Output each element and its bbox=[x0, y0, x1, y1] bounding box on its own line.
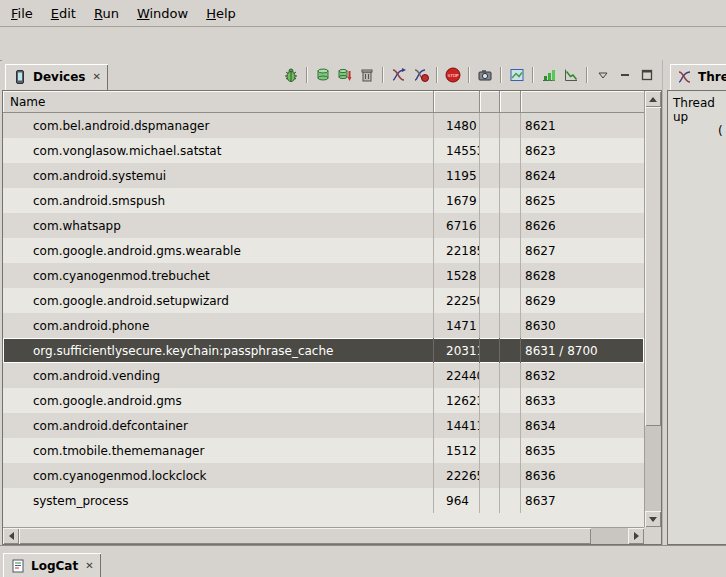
dump-hprof-button[interactable] bbox=[334, 65, 356, 85]
system-info-button[interactable] bbox=[506, 65, 528, 85]
table-row[interactable]: com.vonglasow.michael.satstat 14553 8623 bbox=[3, 138, 644, 163]
cell-blank-2 bbox=[500, 388, 521, 413]
table-row[interactable]: com.google.android.gms 12623 8633 bbox=[3, 388, 644, 413]
tab-devices-label: Devices bbox=[33, 70, 85, 84]
vertical-scroll-thumb[interactable] bbox=[645, 107, 661, 426]
toolbar-separator bbox=[382, 67, 384, 83]
menu-item-label: Window bbox=[137, 6, 188, 21]
table-row[interactable]: com.android.smspush 1679 8625 bbox=[3, 188, 644, 213]
cell-pid: 1679 bbox=[434, 188, 480, 213]
cell-port: 8635 bbox=[521, 438, 644, 463]
scroll-right-button[interactable] bbox=[628, 528, 644, 544]
devices-toolbar: STOP bbox=[280, 60, 662, 90]
minimize-button[interactable] bbox=[614, 65, 636, 85]
scroll-down-button[interactable] bbox=[645, 511, 661, 527]
cell-blank-1 bbox=[480, 138, 500, 163]
cell-port: 8631 / 8700 bbox=[521, 338, 644, 363]
update-threads-button[interactable] bbox=[388, 65, 410, 85]
menu-item[interactable]: Window bbox=[128, 0, 197, 26]
table-row[interactable]: com.android.vending 22440 8632 bbox=[3, 363, 644, 388]
table-row[interactable]: com.android.defcontainer 14411 8634 bbox=[3, 413, 644, 438]
menu-item[interactable]: Run bbox=[85, 0, 128, 26]
table-row[interactable]: com.bel.android.dspmanager 1480 8621 bbox=[3, 113, 644, 138]
cell-blank-2 bbox=[500, 213, 521, 238]
cell-port: 8629 bbox=[521, 288, 644, 313]
cell-blank-2 bbox=[500, 288, 521, 313]
table-row[interactable]: com.android.phone 1471 8630 bbox=[3, 313, 644, 338]
threads-tabbar: Threa bbox=[667, 60, 726, 90]
table-row[interactable]: org.sufficientlysecure.keychain:passphra… bbox=[3, 338, 644, 363]
table-row[interactable]: com.google.android.gms.wearable 22185 86… bbox=[3, 238, 644, 263]
cell-blank-1 bbox=[480, 388, 500, 413]
column-header-name[interactable]: Name bbox=[3, 91, 434, 112]
vertical-scroll-track[interactable] bbox=[645, 107, 661, 511]
column-header-pid[interactable] bbox=[434, 91, 480, 112]
allocation-graph-button[interactable] bbox=[560, 65, 582, 85]
horizontal-scrollbar[interactable] bbox=[3, 527, 644, 544]
cell-pid: 1528 bbox=[434, 263, 480, 288]
table-row[interactable]: com.google.android.setupwizard 22250 862… bbox=[3, 288, 644, 313]
horizontal-scroll-track[interactable] bbox=[19, 528, 628, 544]
scroll-up-button[interactable] bbox=[645, 91, 661, 107]
menu-item[interactable]: File bbox=[2, 0, 42, 26]
cell-blank-2 bbox=[500, 463, 521, 488]
menu-item[interactable]: Help bbox=[197, 0, 245, 26]
maximize-icon bbox=[639, 67, 655, 83]
cell-blank-1 bbox=[480, 413, 500, 438]
horizontal-scroll-thumb[interactable] bbox=[19, 528, 591, 544]
cell-blank-1 bbox=[480, 213, 500, 238]
cell-blank-1 bbox=[480, 288, 500, 313]
table-row[interactable]: com.tmobile.thememanager 1512 8635 bbox=[3, 438, 644, 463]
table-row[interactable]: com.cyanogenmod.trebuchet 1528 8628 bbox=[3, 263, 644, 288]
view-menu-button[interactable] bbox=[592, 65, 614, 85]
cause-gc-button[interactable] bbox=[356, 65, 378, 85]
scroll-left-button[interactable] bbox=[3, 528, 19, 544]
threads-message-line2: ( bbox=[668, 124, 726, 138]
close-icon[interactable]: ✕ bbox=[83, 561, 93, 571]
cell-port: 8628 bbox=[521, 263, 644, 288]
table-row[interactable]: com.whatsapp 6716 8626 bbox=[3, 213, 644, 238]
main-toolbar bbox=[0, 27, 726, 61]
cell-name: com.android.vending bbox=[3, 363, 434, 388]
cell-pid: 1471 bbox=[434, 313, 480, 338]
column-header-blank-1[interactable] bbox=[480, 91, 500, 112]
table-row[interactable]: com.android.systemui 1195 8624 bbox=[3, 163, 644, 188]
system-info-icon bbox=[509, 67, 525, 83]
table-row[interactable]: system_process 964 8637 bbox=[3, 488, 644, 513]
stop-process-button[interactable]: STOP bbox=[442, 65, 464, 85]
column-header-port[interactable] bbox=[521, 91, 644, 112]
method-profiling-button[interactable] bbox=[410, 65, 432, 85]
debug-process-button[interactable] bbox=[280, 65, 302, 85]
cell-port: 8634 bbox=[521, 413, 644, 438]
menu-item[interactable]: Edit bbox=[42, 0, 85, 26]
tab-threads-label: Threa bbox=[698, 70, 726, 84]
device-table: Name com.bel.android.dspmanager 1480 862… bbox=[3, 91, 644, 527]
debug-icon bbox=[283, 67, 299, 83]
heap-updates-button[interactable] bbox=[538, 65, 560, 85]
cell-blank-1 bbox=[480, 113, 500, 138]
vertical-scrollbar[interactable] bbox=[644, 91, 661, 527]
cell-blank-2 bbox=[500, 438, 521, 463]
cell-port: 8621 bbox=[521, 113, 644, 138]
close-icon[interactable]: ✕ bbox=[90, 72, 100, 82]
cell-name: com.google.android.gms.wearable bbox=[3, 238, 434, 263]
cell-blank-1 bbox=[480, 338, 500, 363]
down-arrow-icon bbox=[649, 517, 657, 522]
tab-devices[interactable]: Devices ✕ bbox=[5, 64, 108, 90]
table-row[interactable]: com.cyanogenmod.lockclock 22265 8636 bbox=[3, 463, 644, 488]
toolbar-separator bbox=[468, 67, 470, 83]
screen-capture-button[interactable] bbox=[474, 65, 496, 85]
maximize-button[interactable] bbox=[636, 65, 658, 85]
dump-hprof-icon bbox=[337, 67, 353, 83]
tab-logcat[interactable]: LogCat ✕ bbox=[3, 553, 101, 577]
update-heap-button[interactable] bbox=[312, 65, 334, 85]
column-header-blank-2[interactable] bbox=[500, 91, 521, 112]
scrollbar-corner bbox=[644, 527, 661, 544]
cell-port: 8624 bbox=[521, 163, 644, 188]
cell-pid: 1480 bbox=[434, 113, 480, 138]
cell-name: org.sufficientlysecure.keychain:passphra… bbox=[3, 338, 434, 363]
cell-blank-2 bbox=[500, 413, 521, 438]
cell-port: 8626 bbox=[521, 213, 644, 238]
left-arrow-icon bbox=[9, 532, 14, 540]
tab-threads[interactable]: Threa bbox=[670, 64, 726, 90]
